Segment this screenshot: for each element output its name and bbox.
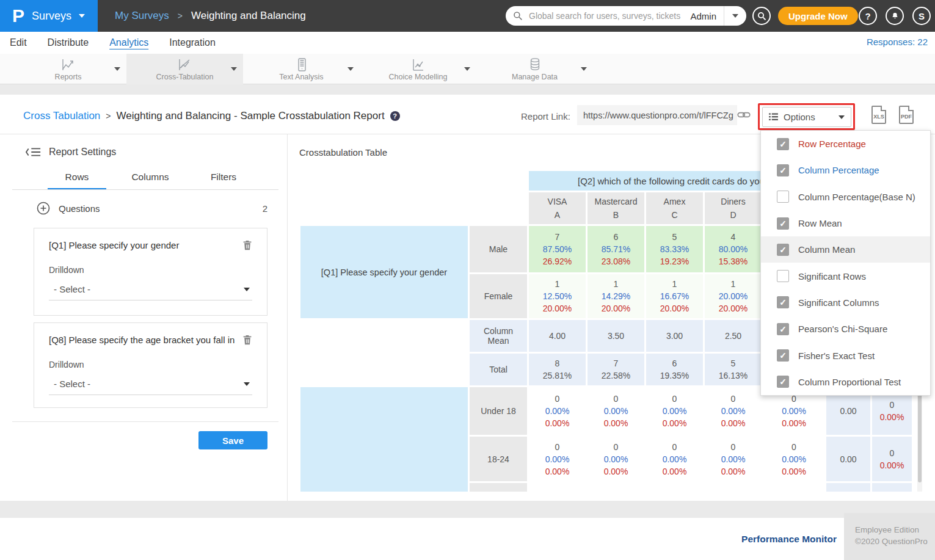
global-search: Admin — [506, 6, 746, 26]
chevron-down-icon[interactable] — [347, 67, 354, 71]
chevron-down-icon[interactable] — [464, 67, 470, 71]
performance-monitor-link[interactable]: Performance Monitor — [741, 534, 837, 545]
menu-integration[interactable]: Integration — [169, 37, 216, 48]
help-button[interactable]: ? — [859, 7, 877, 25]
list-icon — [769, 113, 778, 121]
tool-text-analysis[interactable]: Text Analysis — [243, 54, 360, 84]
drilldown-select[interactable]: - Select - — [49, 379, 252, 395]
cell-total-amex: 619.35% — [646, 354, 703, 385]
breadcrumb-separator: > — [178, 11, 183, 21]
row-label-male: Male — [470, 226, 527, 272]
copyright-label: ©2020 QuestionPro — [855, 536, 935, 547]
option-significant-rows[interactable]: Significant Rows — [761, 263, 930, 289]
option-label: Significant Rows — [798, 271, 866, 282]
option-label: Column Percentage(Base N) — [798, 192, 915, 202]
tool-choice-modelling[interactable]: Choice Modelling — [360, 54, 476, 84]
options-label: Options — [784, 112, 815, 122]
chevron-down-icon[interactable] — [231, 67, 237, 71]
global-search-input[interactable] — [528, 10, 683, 21]
breadcrumb: My Surveys > Weighting and Balancing — [115, 10, 306, 22]
question-card-q1: [Q1] Please specify your gender Drilldow… — [34, 228, 267, 316]
collapse-panel-icon — [26, 147, 42, 157]
row-label-partial — [470, 483, 527, 492]
cell-under18-diners: 00.00%0.00% — [705, 387, 762, 435]
tool-cross-tabulation[interactable]: Cross-Tabulation — [126, 54, 243, 84]
checkbox[interactable] — [777, 191, 789, 203]
option-fishers-exact-test[interactable]: Fisher's Exact Test — [761, 342, 930, 368]
checkbox[interactable] — [777, 138, 789, 150]
responses-count: Responses: 22 — [867, 37, 928, 47]
option-column-proportional-test[interactable]: Column Proportional Test — [761, 369, 930, 395]
tool-reports[interactable]: Reports — [10, 54, 126, 84]
questions-row: Questions 2 — [37, 202, 267, 215]
report-help-icon[interactable]: ? — [390, 111, 400, 121]
divider — [12, 189, 278, 190]
pdf-icon: PDF — [901, 114, 912, 120]
questions-count: 2 — [263, 203, 267, 214]
option-significant-columns[interactable]: Significant Columns — [761, 289, 930, 316]
delete-question-icon[interactable] — [242, 240, 252, 251]
save-button[interactable]: Save — [198, 431, 267, 449]
checkbox[interactable] — [777, 244, 789, 256]
crosstab-table-title: Crosstabulation Table — [299, 147, 387, 158]
checkbox[interactable] — [777, 270, 789, 282]
link-icon[interactable] — [737, 109, 751, 121]
text-document-icon — [294, 57, 310, 72]
cell-male-amex: 583.33%19.23% — [646, 226, 703, 272]
xls-icon: XLS — [873, 114, 884, 120]
option-column-mean[interactable]: Column Mean — [761, 236, 930, 263]
chevron-down-icon — [839, 115, 845, 119]
options-button[interactable]: Options — [762, 107, 851, 127]
checkbox[interactable] — [777, 164, 789, 176]
notifications-button[interactable] — [886, 7, 904, 25]
checkbox[interactable] — [777, 296, 789, 308]
add-question-icon[interactable] — [37, 202, 50, 215]
upgrade-now-button[interactable]: Upgrade Now — [778, 7, 858, 25]
tool-manage-data[interactable]: Manage Data — [476, 54, 593, 84]
tab-filters[interactable]: Filters — [187, 172, 260, 190]
tab-rows[interactable]: Rows — [40, 172, 114, 190]
user-avatar[interactable]: S — [912, 7, 931, 25]
search-submit-button[interactable] — [752, 7, 771, 25]
breadcrumb-my-surveys[interactable]: My Surveys — [115, 10, 169, 22]
menu-distribute[interactable]: Distribute — [48, 37, 89, 48]
option-label: Column Proportional Test — [798, 377, 901, 387]
tab-columns[interactable]: Columns — [114, 172, 187, 190]
checkbox[interactable] — [777, 217, 789, 230]
option-label: Pearson's Chi-Square — [798, 324, 887, 334]
report-link-label: Report Link: — [521, 111, 570, 122]
search-scope-dropdown[interactable] — [724, 6, 746, 26]
row-label-total: Total — [470, 354, 527, 385]
chevron-down-icon[interactable] — [114, 67, 120, 71]
option-pearsons-chi-square[interactable]: Pearson's Chi-Square — [761, 316, 930, 342]
cell-under18-visa: 00.00%0.00% — [529, 387, 586, 435]
cell-total-visa: 825.81% — [529, 354, 586, 385]
export-pdf-button[interactable]: PDF — [899, 106, 914, 124]
delete-question-icon[interactable] — [242, 335, 252, 346]
chevron-down-icon[interactable] — [581, 67, 587, 71]
cell-18-24-col5: 00.00%0.00% — [763, 437, 824, 481]
option-row-percentage[interactable]: Row Percentage — [761, 131, 930, 157]
checkbox[interactable] — [777, 376, 789, 388]
report-link-url[interactable]: https://www.questionpro.com/t/lFFCZg — [577, 105, 737, 125]
report-settings-header[interactable]: Report Settings — [26, 147, 116, 158]
cell-colmean-diners: 2.50 — [705, 320, 762, 352]
drilldown-select[interactable]: - Select - — [49, 284, 252, 300]
product-switcher[interactable]: P Surveys — [0, 0, 98, 32]
analytics-toolbar: Reports Cross-Tabulation Text Analysis C… — [0, 54, 935, 84]
option-column-percentage[interactable]: Column Percentage — [761, 157, 930, 183]
cross-tabulation-link[interactable]: Cross Tabulation — [23, 110, 100, 122]
questionpro-logo-icon: P — [12, 7, 24, 25]
select-value: - Select - — [54, 379, 90, 389]
checkbox[interactable] — [777, 349, 789, 362]
table-scrollbar[interactable] — [917, 386, 922, 492]
option-column-percentage-base-n[interactable]: Column Percentage(Base N) — [761, 184, 930, 210]
menu-edit[interactable]: Edit — [10, 37, 27, 48]
menu-analytics[interactable]: Analytics — [109, 37, 148, 48]
search-scope-value[interactable]: Admin — [683, 11, 724, 21]
checkbox[interactable] — [777, 323, 789, 335]
option-row-mean[interactable]: Row Mean — [761, 210, 930, 236]
cell-18-24-mastercard: 00.00%0.00% — [588, 437, 644, 481]
export-xls-button[interactable]: XLS — [871, 106, 886, 124]
scrollbar-thumb[interactable] — [918, 391, 922, 482]
